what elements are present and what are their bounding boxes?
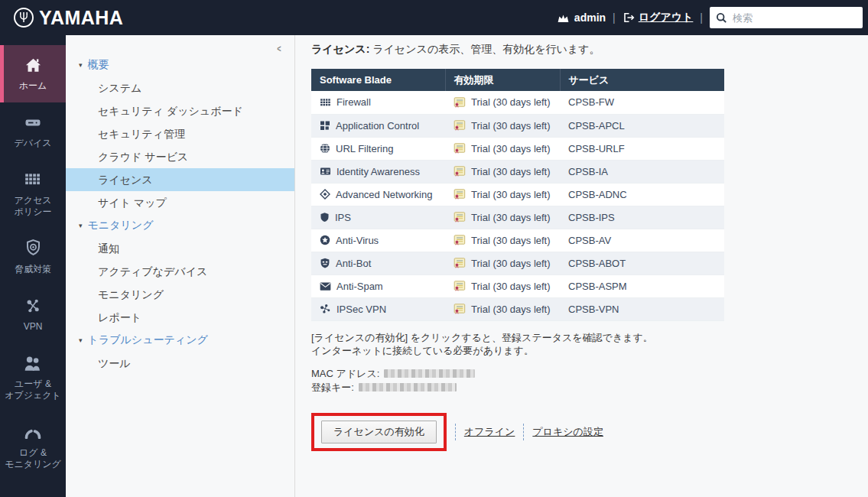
nav-item[interactable]: モニタリング	[66, 283, 294, 306]
license-certificate-icon	[454, 257, 466, 269]
mac-address-value-redacted	[384, 369, 475, 378]
blade-cell: Advanced Networking	[311, 183, 445, 206]
blade-name: IPSec VPN	[336, 304, 386, 315]
home-icon	[24, 55, 43, 75]
registration-key-value-redacted	[359, 383, 457, 391]
nav-panel: < ▾概要システムセキュリティ ダッシュボードセキュリティ管理クラウド サービス…	[66, 35, 295, 497]
expiry-text: Trial (30 days left)	[471, 166, 551, 177]
sidebar-item-vpn[interactable]: VPN	[0, 286, 66, 343]
sidebar-item-label: 脅威対策	[15, 264, 51, 275]
crown-icon	[557, 13, 570, 23]
blade-row-anti-bot: Anti-BotTrial (30 days left)CPSB-ABOT	[311, 252, 724, 274]
vpn-icon	[23, 296, 43, 316]
blade-row-application-control: Application ControlTrial (30 days left)C…	[311, 114, 724, 137]
sidebar-item-users-objects[interactable]: ユーザ &オブジェクト	[0, 343, 66, 412]
topbar-divider: |	[700, 11, 703, 24]
sidebar-item-label: デバイス	[14, 138, 51, 149]
activation-note: [ライセンスの有効化] をクリックすると、登録ステータスを確認できます。 インタ…	[311, 331, 868, 357]
blade-row-advanced-networking: Advanced NetworkingTrial (30 days left)C…	[311, 183, 724, 206]
app-sidebar: ホームデバイスアクセスポリシー脅威対策VPNユーザ &オブジェクトログ &モニタ…	[0, 35, 66, 497]
license-table: Software Blade 有効期限 サービス FirewallTrial (…	[311, 69, 724, 321]
nav-item[interactable]: レポート	[66, 306, 294, 329]
note-line-2: インターネットに接続している必要があります。	[311, 344, 868, 357]
nav-item[interactable]: アクティブなデバイス	[66, 260, 294, 283]
expiry-text: Trial (30 days left)	[471, 281, 551, 292]
blade-cell: Identity Awareness	[311, 160, 445, 183]
link-offline[interactable]: オフライン	[464, 425, 515, 439]
expiry-text: Trial (30 days left)	[471, 304, 551, 315]
expiry-text: Trial (30 days left)	[471, 212, 551, 223]
expiry-text: Trial (30 days left)	[471, 235, 551, 246]
blade-cell: IPSec VPN	[311, 297, 445, 320]
search-icon	[716, 12, 727, 24]
blade-row-url-filtering: URL FilteringTrial (30 days left)CPSB-UR…	[311, 137, 724, 160]
service-cell: CPSB-VPN	[560, 297, 724, 320]
expiry-text: Trial (30 days left)	[471, 120, 551, 132]
sidebar-item-access-policy[interactable]: アクセスポリシー	[0, 160, 66, 229]
nav-item[interactable]: サイト マップ	[66, 191, 294, 214]
nav-item[interactable]: セキュリティ ダッシュボード	[66, 99, 294, 122]
license-certificate-icon	[454, 165, 466, 177]
topbar: YAMAHA admin | ログアウト |	[0, 0, 868, 35]
service-cell: CPSB-ASPM	[560, 274, 724, 297]
mac-address-label: MAC アドレス:	[311, 367, 379, 381]
nav-group-label: モニタリング	[88, 219, 154, 232]
column-header-service: サービス	[560, 69, 724, 91]
sidebar-item-log-monitoring[interactable]: ログ &モニタリング	[0, 412, 66, 481]
page-subtitle: ライセンスの表示、管理、有効化を行います。	[369, 43, 600, 55]
url-filtering-icon	[320, 143, 330, 154]
sidebar-item-device[interactable]: デバイス	[0, 102, 66, 160]
license-certificate-icon	[454, 142, 466, 154]
device-icon	[23, 112, 43, 132]
blade-cell: Anti-Bot	[311, 252, 445, 274]
blade-cell: URL Filtering	[311, 137, 445, 160]
nav-item[interactable]: ライセンス	[66, 168, 294, 191]
nav-item[interactable]: 通知	[66, 237, 294, 260]
expiry-cell: Trial (30 days left)	[445, 160, 560, 183]
blade-cell: IPS	[311, 206, 445, 229]
nav-tree: ▾概要システムセキュリティ ダッシュボードセキュリティ管理クラウド サービスライ…	[66, 54, 294, 375]
blade-cell: Application Control	[311, 114, 445, 137]
log-monitoring-icon	[23, 422, 43, 442]
activate-license-button[interactable]: ライセンスの有効化	[321, 421, 437, 443]
link-proxy-settings[interactable]: プロキシの設定	[532, 425, 603, 439]
sidebar-item-threat-prevention[interactable]: 脅威対策	[0, 229, 66, 286]
expiry-cell: Trial (30 days left)	[445, 252, 560, 274]
triangle-down-icon: ▾	[79, 337, 83, 344]
expiry-cell: Trial (30 days left)	[445, 91, 560, 114]
blade-cell: Firewall	[311, 91, 445, 114]
registration-key-label: 登録キー:	[311, 381, 354, 395]
blade-row-ipsec-vpn: IPSec VPNTrial (30 days left)CPSB-VPN	[311, 297, 724, 320]
nav-item[interactable]: セキュリティ管理	[66, 122, 294, 145]
blade-name: Anti-Spam	[336, 281, 383, 292]
blade-name: Identity Awareness	[336, 166, 420, 177]
anti-spam-icon	[320, 281, 331, 291]
dashed-separator	[523, 424, 524, 440]
nav-item[interactable]: システム	[66, 76, 294, 99]
expiry-text: Trial (30 days left)	[471, 189, 551, 200]
nav-item[interactable]: クラウド サービス	[66, 145, 294, 168]
logout-icon	[623, 11, 635, 24]
nav-group-header[interactable]: ▾トラブルシューティング	[66, 329, 294, 352]
nav-item[interactable]: ツール	[66, 352, 294, 375]
search-box[interactable]	[710, 7, 863, 28]
registration-key-row: 登録キー:	[311, 381, 868, 395]
threat-prevention-icon	[24, 239, 43, 258]
nav-group-header[interactable]: ▾概要	[66, 54, 294, 76]
user-menu: admin	[557, 11, 606, 24]
blade-row-anti-spam: Anti-SpamTrial (30 days left)CPSB-ASPM	[311, 274, 724, 297]
expiry-text: Trial (30 days left)	[471, 96, 551, 108]
logout-link[interactable]: ログアウト	[623, 11, 694, 24]
nav-group-header[interactable]: ▾モニタリング	[66, 214, 294, 237]
table-header-row: Software Blade 有効期限 サービス	[311, 69, 724, 91]
access-policy-icon	[24, 170, 42, 190]
service-cell: CPSB-URLF	[560, 137, 724, 160]
license-certificate-icon	[454, 96, 466, 109]
service-cell: CPSB-IA	[560, 160, 724, 183]
search-input[interactable]	[733, 12, 867, 24]
sidebar-item-home[interactable]: ホーム	[0, 45, 66, 102]
collapse-nav-icon[interactable]: <	[278, 43, 281, 54]
column-header-blade: Software Blade	[311, 69, 445, 91]
column-header-expiry: 有効期限	[445, 69, 560, 91]
expiry-text: Trial (30 days left)	[471, 258, 551, 269]
